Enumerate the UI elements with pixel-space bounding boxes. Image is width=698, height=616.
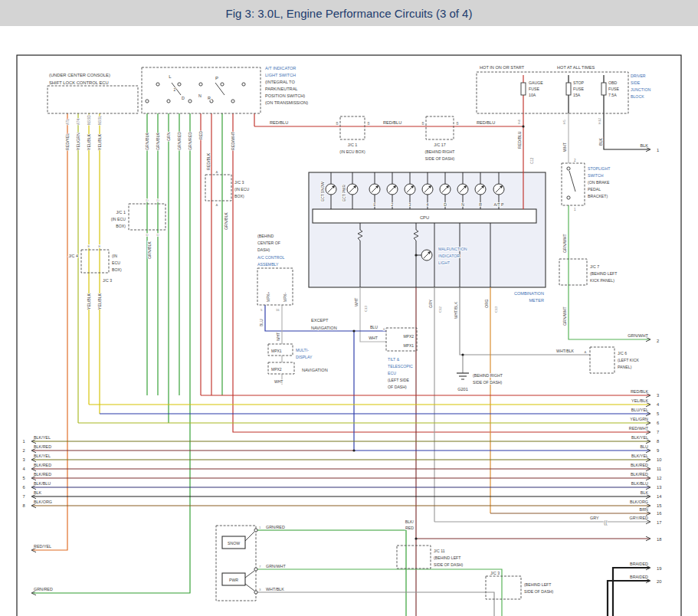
- label: N: [461, 202, 464, 207]
- label: 4: [427, 202, 429, 207]
- label: MULTI-: [296, 348, 309, 352]
- label: LIGHT SWITCH: [265, 73, 296, 77]
- label: BRAIDED: [630, 575, 648, 579]
- label: 7: [22, 494, 25, 499]
- label: D: [444, 202, 447, 207]
- label: BLK/YEL: [34, 454, 51, 458]
- label: PEDAL: [588, 187, 601, 192]
- label: ASSEMBLY: [257, 262, 279, 267]
- label: BLK/YEL: [631, 435, 648, 440]
- label: RED/WHT: [231, 131, 235, 150]
- label: (BEHIND LEFT: [434, 555, 461, 560]
- label: BOX): [234, 194, 244, 198]
- ac-mpx-box: [257, 268, 293, 305]
- label: HOT AT ALL TIMES: [557, 65, 595, 70]
- label: SIDE OF DASH): [434, 562, 464, 567]
- label: J/C 3: [103, 278, 112, 283]
- label: RED/BLU: [517, 131, 522, 149]
- label: 18: [657, 537, 661, 542]
- contact-icon: [567, 196, 570, 199]
- label: A/T INDICATOR: [265, 66, 296, 70]
- label: R: [479, 202, 482, 207]
- label: ((: [604, 519, 608, 526]
- jc3-ecu-box: [205, 175, 231, 201]
- label: 11: [657, 467, 661, 471]
- label: GRN/BLK: [145, 133, 149, 150]
- label: TILT &: [388, 357, 400, 362]
- contact-icon: [199, 83, 202, 86]
- label: OF DASH): [388, 385, 407, 389]
- fuse-icon: [521, 83, 526, 95]
- label: BLK/RED: [631, 463, 648, 467]
- jc17-row-box: [426, 116, 454, 139]
- label: ECU: [388, 371, 396, 375]
- label: 2: [174, 87, 176, 92]
- label: BLK/RED: [34, 444, 51, 449]
- label: 4: [22, 467, 25, 471]
- label: 14: [657, 494, 662, 499]
- label: N: [198, 93, 202, 98]
- label: OBD: [608, 80, 617, 85]
- contact-icon: [242, 83, 245, 86]
- label: ATL: [66, 118, 70, 125]
- label: RED/YEL: [34, 544, 51, 549]
- label: 6: [22, 485, 25, 490]
- wire-wht-blk-jc6: [460, 287, 590, 355]
- label: BLK/RED: [631, 472, 648, 477]
- junction-dot: [415, 537, 417, 539]
- label: LIGHT: [438, 260, 451, 265]
- label: CPU: [420, 215, 429, 220]
- shift-lock-ecu-box: [48, 86, 138, 113]
- label: (BEHIND LEFT: [524, 582, 552, 587]
- label: BOX): [116, 224, 126, 228]
- label: 16: [657, 511, 661, 516]
- label: FUSE: [529, 87, 539, 91]
- label: YEL/GRN: [630, 417, 648, 421]
- label: 5: [657, 411, 659, 416]
- label: WHT: [562, 142, 567, 152]
- label: D: [156, 233, 159, 237]
- label: MPX1: [403, 343, 414, 348]
- contact-icon: [254, 591, 257, 594]
- label: BLK/BLU: [631, 481, 648, 486]
- figure-page: Fig 3: 3.0L, Engine Performance Circuits…: [0, 0, 698, 616]
- label: D: [146, 198, 148, 202]
- label: DASH): [257, 247, 270, 252]
- label: GRN/RED: [188, 132, 192, 150]
- label: 3: [657, 393, 659, 398]
- label: BLU: [370, 325, 378, 329]
- label: GRN/WHT: [562, 233, 567, 253]
- wire-snow-grn-red: [256, 530, 406, 616]
- label: WHT: [276, 333, 280, 341]
- label: GRN/BLK: [224, 212, 228, 230]
- label: (BEHIND RIGHT: [473, 373, 503, 378]
- label: 8: [657, 439, 659, 444]
- label: STOPLIGHT: [588, 166, 611, 171]
- label: SIDE OF DASH): [425, 156, 455, 161]
- jc3-bottom-box: [486, 576, 521, 599]
- label: (IN ECU: [111, 217, 126, 221]
- label: J/C 7: [590, 264, 599, 269]
- label: GRN/RED: [34, 587, 53, 591]
- label: A: [585, 350, 587, 354]
- label: ORG: [484, 300, 489, 309]
- label: RED/BLU: [477, 120, 495, 125]
- label: P: [215, 76, 218, 80]
- label: COMBINATION: [514, 291, 544, 296]
- label: 13: [657, 485, 661, 490]
- label: YEL/BLK: [97, 293, 102, 310]
- wire-braided-20: [608, 581, 650, 616]
- wire-grn-red-2: [32, 113, 190, 593]
- wire-stoplight-arm: [569, 171, 575, 192]
- label: GRN/WHT: [266, 564, 286, 568]
- junction-dot: [352, 449, 355, 451]
- label: MPX2: [271, 367, 282, 372]
- label: (BEHIND LEFT: [590, 271, 618, 276]
- jc1-row-box: [340, 116, 365, 139]
- label: 7.5A: [608, 93, 617, 97]
- label: BRACKET): [588, 194, 608, 198]
- label: 17: [657, 520, 661, 525]
- label: GRN/BLK: [147, 241, 152, 259]
- contact-icon: [156, 83, 159, 86]
- label: AT4: [77, 118, 80, 125]
